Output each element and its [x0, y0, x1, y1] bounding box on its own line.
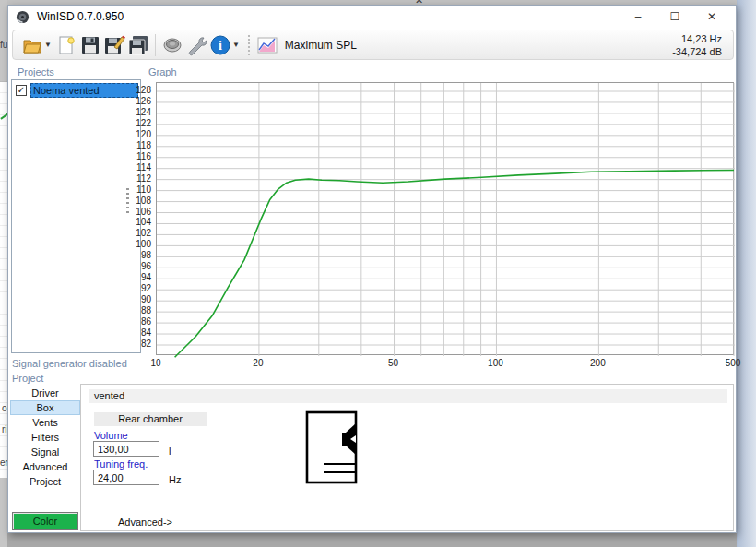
about-dropdown-caret[interactable]: ▼: [232, 41, 240, 49]
info-icon: i: [209, 34, 231, 56]
toolbar-separator: [155, 34, 156, 56]
toolbar: ▼: [12, 30, 734, 60]
signal-generator-status: Signal generator disabled: [12, 358, 127, 369]
open-dropdown-caret[interactable]: ▼: [44, 41, 52, 49]
y-tick-label: 88: [141, 305, 151, 315]
y-tick-label: 126: [136, 96, 151, 106]
volume-unit: l: [169, 446, 171, 457]
y-tick-label: 84: [141, 327, 151, 338]
tab-rear-chamber[interactable]: Rear chamber: [94, 412, 207, 426]
y-tick-label: 114: [136, 162, 151, 172]
background-text-fragment: o: [2, 403, 7, 413]
y-tick-label: 108: [136, 196, 151, 206]
y-tick-label: 128: [136, 85, 151, 95]
titlebar[interactable]: WinISD 0.7.0.950 – ☐ ✕: [8, 6, 736, 28]
y-tick-label: 96: [141, 261, 151, 271]
svg-text:i: i: [219, 39, 222, 53]
project-name[interactable]: Noema vented: [30, 83, 138, 98]
x-axis-tick-labels: 102050100200500: [156, 358, 734, 370]
save-button[interactable]: [78, 33, 102, 57]
app-icon: [16, 10, 30, 24]
window-title: WinISD 0.7.0.950: [37, 10, 124, 23]
y-tick-label: 98: [141, 250, 151, 260]
y-tick-label: 82: [141, 339, 151, 349]
x-tick-label: 100: [481, 358, 509, 368]
open-project-button[interactable]: [20, 33, 44, 57]
y-tick-label: 118: [136, 140, 151, 150]
save-icon: [79, 34, 101, 56]
project-list-item[interactable]: ✓ Noema vented: [12, 82, 140, 99]
y-tick-label: 94: [141, 272, 151, 282]
x-tick-label: 200: [584, 358, 611, 368]
new-driver-button[interactable]: [160, 33, 184, 57]
readout-frequency: 14,23 Hz: [672, 32, 722, 45]
y-tick-label: 92: [141, 283, 151, 293]
tab-advanced[interactable]: Advanced: [10, 459, 80, 474]
tuning-freq-input[interactable]: [93, 470, 159, 485]
spl-curve-chart: [157, 83, 735, 356]
tuning-freq-unit: Hz: [169, 474, 181, 485]
project-section-label: Project: [12, 373, 43, 384]
y-axis-tick-labels: 1281261241221201181161141121101081061041…: [128, 82, 154, 355]
vented-box-diagram: [305, 410, 359, 484]
project-tabs: DriverBoxVentsFiltersSignalAdvancedProje…: [10, 386, 80, 489]
about-button[interactable]: i: [208, 33, 232, 57]
x-tick-label: 50: [380, 358, 408, 368]
new-project-button[interactable]: [54, 33, 78, 57]
y-tick-label: 120: [136, 129, 151, 139]
readout-level: -34,724 dB: [672, 45, 722, 58]
volume-input[interactable]: [93, 441, 159, 457]
y-tick-label: 110: [136, 184, 151, 195]
y-tick-label: 106: [136, 207, 151, 217]
save-all-button[interactable]: [126, 33, 150, 57]
volume-label: Volume: [94, 430, 128, 441]
spl-chart-icon: [256, 34, 278, 56]
project-checkbox[interactable]: ✓: [16, 85, 27, 96]
x-tick-label: 500: [719, 358, 747, 368]
y-tick-label: 116: [136, 151, 151, 161]
winisd-window: WinISD 0.7.0.950 – ☐ ✕ ▼: [7, 5, 737, 533]
minimize-button[interactable]: –: [620, 6, 656, 28]
close-button[interactable]: ✕: [693, 6, 730, 28]
background-left-graph-sliver: [0, 81, 7, 478]
save-as-icon: [103, 34, 125, 56]
view-selector-label[interactable]: Maximum SPL: [285, 39, 357, 52]
tuning-freq-label: Tuning freq.: [94, 458, 148, 470]
toolbar-drag-handle[interactable]: [248, 35, 250, 55]
color-button[interactable]: Color: [12, 512, 78, 530]
box-type-field[interactable]: vented: [89, 389, 727, 403]
y-tick-label: 122: [136, 118, 151, 128]
y-tick-label: 102: [136, 228, 151, 238]
graph-section-label: Graph: [148, 66, 177, 77]
tab-box[interactable]: Box: [10, 400, 80, 415]
spl-graph-plot[interactable]: [156, 82, 734, 355]
options-button[interactable]: [184, 33, 208, 57]
projects-section-label: Projects: [18, 66, 54, 77]
save-as-button[interactable]: [102, 33, 126, 57]
open-folder-icon: [21, 34, 43, 56]
x-tick-label: 20: [244, 358, 272, 368]
y-tick-label: 124: [136, 107, 151, 117]
cursor-readout: 14,23 Hz -34,724 dB: [672, 32, 726, 58]
box-tab-panel: vented Rear chamber Volume l Tuning freq…: [80, 384, 734, 531]
tab-project[interactable]: Project: [10, 474, 80, 489]
advanced-button[interactable]: Advanced->: [118, 517, 172, 528]
background-right-window: [737, 0, 756, 547]
tab-signal[interactable]: Signal: [10, 445, 80, 459]
tab-driver[interactable]: Driver: [10, 386, 80, 400]
driver-icon: [161, 34, 183, 56]
y-tick-label: 90: [141, 294, 151, 304]
tab-vents[interactable]: Vents: [10, 415, 80, 430]
view-selector-button[interactable]: [255, 33, 279, 57]
new-document-icon: [55, 34, 77, 56]
save-all-icon: [127, 34, 149, 56]
background-text-fragment: ri: [2, 424, 7, 434]
tab-filters[interactable]: Filters: [10, 430, 80, 445]
y-tick-label: 104: [136, 217, 151, 227]
y-tick-label: 86: [141, 316, 151, 327]
y-tick-label: 100: [136, 239, 151, 249]
projects-list[interactable]: ✓ Noema vented: [11, 79, 141, 353]
x-tick-label: 10: [142, 358, 170, 368]
maximize-button[interactable]: ☐: [656, 6, 693, 28]
wrench-icon: [185, 34, 207, 56]
